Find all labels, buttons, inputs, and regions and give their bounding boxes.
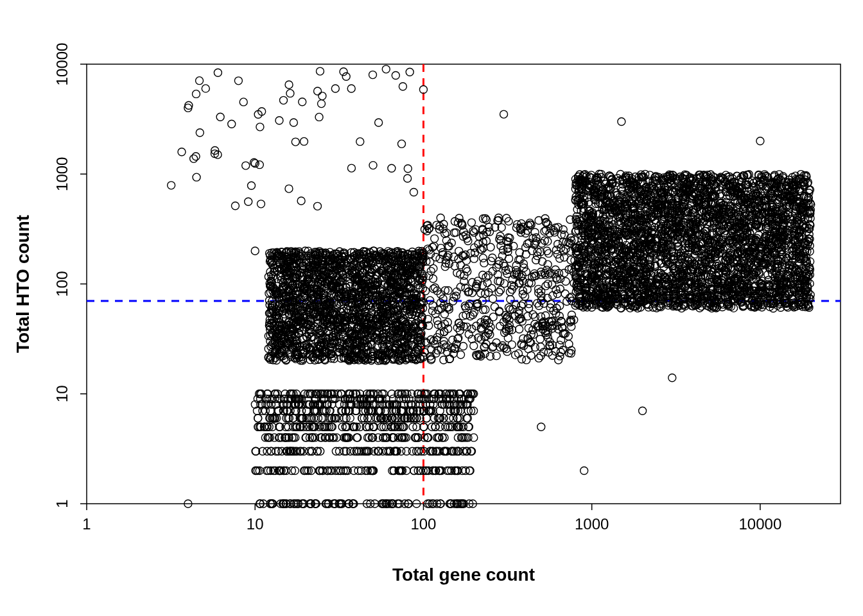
svg-point-6729 [347, 164, 355, 172]
svg-point-6707 [190, 155, 198, 162]
svg-point-6754 [639, 407, 647, 415]
svg-point-6703 [231, 202, 239, 210]
y-axis-ticks: 110100100010000 [53, 43, 87, 508]
svg-point-5313 [425, 272, 433, 280]
svg-point-6717 [299, 98, 306, 106]
svg-point-5724 [497, 286, 505, 294]
svg-point-6731 [313, 202, 321, 210]
svg-point-5445 [470, 255, 478, 262]
svg-point-6691 [290, 119, 297, 126]
svg-point-6701 [178, 148, 186, 156]
y-tick-label: 1 [53, 499, 71, 508]
svg-point-6700 [314, 87, 322, 95]
svg-point-6726 [318, 100, 326, 108]
svg-point-6743 [404, 165, 412, 173]
svg-point-5266 [487, 243, 494, 251]
scatter-points [168, 65, 815, 508]
svg-point-6756 [369, 71, 377, 79]
svg-point-6730 [410, 189, 417, 196]
svg-point-6686 [234, 77, 242, 85]
svg-point-5379 [450, 229, 458, 237]
svg-point-5704 [437, 214, 444, 222]
svg-point-6735 [315, 113, 323, 121]
svg-point-6702 [247, 182, 255, 189]
svg-point-6699 [196, 129, 204, 137]
svg-point-6753 [580, 466, 588, 474]
svg-point-6716 [404, 175, 412, 182]
svg-point-6696 [256, 123, 264, 131]
svg-point-6212 [464, 423, 472, 431]
svg-point-5686 [480, 259, 488, 267]
x-axis-ticks: 110100100010000 [82, 504, 781, 533]
svg-point-5707 [526, 219, 534, 227]
svg-point-5752 [529, 311, 537, 318]
svg-point-6732 [318, 92, 326, 100]
svg-point-6715 [192, 153, 200, 160]
svg-point-6714 [202, 85, 209, 92]
svg-point-6706 [375, 119, 383, 126]
svg-point-6719 [356, 138, 364, 146]
svg-point-6709 [316, 67, 324, 75]
svg-point-5532 [508, 341, 516, 348]
svg-point-6685 [347, 85, 355, 92]
y-tick-label: 10 [53, 385, 71, 402]
svg-point-6728 [285, 81, 293, 89]
svg-point-6695 [242, 162, 250, 169]
svg-point-6705 [240, 98, 247, 106]
svg-point-6740 [214, 69, 222, 76]
svg-point-6694 [300, 137, 308, 145]
x-tick-label: 1000 [575, 515, 609, 533]
x-tick-label: 1 [82, 515, 91, 533]
y-tick-label: 10000 [53, 43, 71, 86]
svg-point-6704 [228, 120, 236, 128]
svg-point-6722 [392, 71, 399, 79]
svg-point-6755 [668, 374, 676, 382]
y-tick-label: 100 [53, 271, 71, 296]
svg-point-6741 [216, 113, 224, 121]
svg-point-5757 [559, 226, 567, 234]
svg-point-6744 [292, 138, 299, 146]
svg-point-6742 [285, 185, 293, 193]
svg-point-6710 [406, 68, 414, 76]
svg-point-6690 [369, 162, 377, 169]
svg-point-5582 [429, 275, 437, 282]
x-axis-label: Total gene count [392, 565, 535, 585]
svg-point-5391 [491, 303, 498, 311]
svg-point-6752 [537, 423, 545, 431]
svg-point-6697 [279, 96, 287, 104]
svg-point-5638 [484, 279, 491, 287]
svg-point-5509 [489, 295, 496, 303]
svg-point-6747 [251, 247, 259, 255]
svg-point-5568 [562, 245, 570, 253]
svg-point-6724 [245, 198, 252, 205]
svg-point-6750 [618, 118, 625, 126]
svg-point-5717 [507, 295, 514, 303]
svg-point-6712 [397, 140, 405, 148]
svg-point-5689 [527, 352, 535, 359]
svg-point-5253 [516, 325, 523, 333]
scatter-plot: 110100100010000 110100100010000 Total ge… [0, 0, 863, 616]
y-axis-label: Total HTO count [13, 215, 33, 353]
svg-point-6757 [382, 65, 390, 73]
svg-point-5606 [452, 228, 460, 236]
svg-point-5369 [518, 302, 525, 310]
svg-point-6192 [436, 423, 444, 431]
svg-point-6749 [500, 110, 508, 118]
svg-point-6751 [756, 137, 764, 145]
svg-point-6315 [454, 415, 462, 422]
svg-point-5548 [431, 235, 439, 243]
svg-point-5698 [457, 351, 465, 359]
svg-point-6718 [297, 197, 305, 205]
svg-point-6733 [275, 117, 283, 124]
chart-container: 110100100010000 110100100010000 Total ge… [0, 0, 863, 616]
svg-point-5636 [467, 219, 475, 227]
x-tick-label: 10000 [739, 515, 782, 533]
svg-point-6723 [399, 83, 406, 90]
svg-point-6736 [196, 77, 204, 85]
y-tick-label: 1000 [53, 157, 71, 191]
svg-point-5945 [466, 466, 474, 474]
svg-point-6738 [168, 182, 175, 189]
svg-point-6300 [254, 415, 262, 422]
svg-point-6727 [257, 200, 265, 208]
svg-point-6082 [470, 434, 478, 441]
